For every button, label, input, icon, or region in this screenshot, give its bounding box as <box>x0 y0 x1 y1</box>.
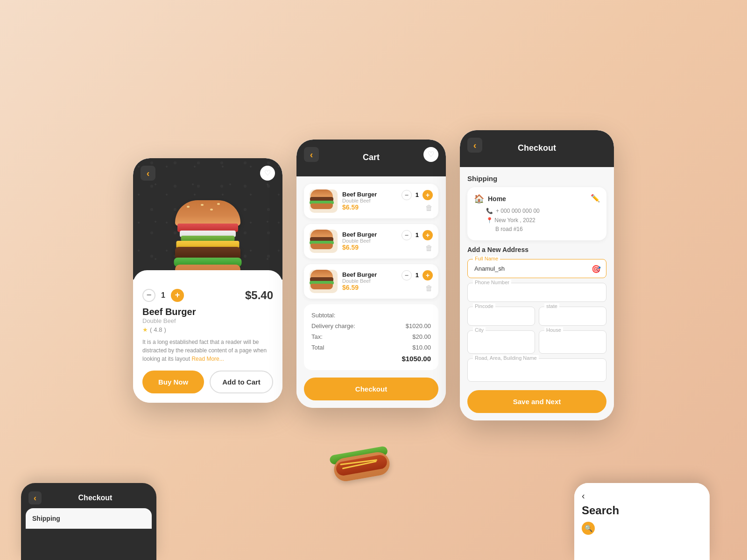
search-title: Search <box>582 504 702 517</box>
product-burger-image <box>156 196 259 280</box>
rating-number: 4.8 <box>154 326 162 333</box>
checkout-body: Shipping 🏠 Home 📞 + 000 000 000 00 📍 New… <box>460 167 614 420</box>
cart-item-name: Beef Burger <box>342 231 397 238</box>
city-house-row: City House <box>467 330 606 358</box>
delivery-label: Delivery charge: <box>311 322 355 329</box>
cart-title: Cart <box>304 149 438 162</box>
road-label: Road, Area, Building Name <box>473 355 539 361</box>
cart-item: Beef Burger Double Beef $6.59 − 1 + 🗑 <box>304 264 438 299</box>
home-address-label: 🏠 Home <box>474 194 600 204</box>
product-back-button[interactable] <box>141 166 155 181</box>
cart-delete-button[interactable]: 🗑 <box>425 204 433 212</box>
subtotal-label: Subtotal: <box>311 312 335 319</box>
pincode-label: Pincode <box>473 303 495 309</box>
cart-increase-button[interactable]: + <box>423 230 433 240</box>
rating-value: ( <box>150 326 152 333</box>
spacer <box>156 483 574 560</box>
cart-back-button[interactable] <box>304 147 319 162</box>
checkout-partial-shipping: Shipping <box>32 515 145 522</box>
address-card: 🏠 Home 📞 + 000 000 000 00 📍 New York , 2… <box>467 187 606 240</box>
shipping-label: Shipping <box>467 175 606 182</box>
bottom-screens-container: ‹ Checkout Shipping ‹ Search 🔍 <box>0 483 747 560</box>
search-partial-screen: ‹ Search 🔍 <box>574 483 710 560</box>
cart-item-price: $6.59 <box>342 203 397 211</box>
product-screen: − 1 + $5.40 Beef Burger Double Beef ★ (4… <box>133 158 282 403</box>
product-header <box>133 158 282 280</box>
total-label: Total <box>311 344 324 351</box>
phone-number-input[interactable] <box>467 283 606 302</box>
cart-item-qty-controls: − 1 + <box>402 190 433 200</box>
cart-decrease-button[interactable]: − <box>402 230 412 240</box>
house-field: House <box>539 330 606 354</box>
search-partial-header: ‹ Search 🔍 <box>574 483 710 539</box>
edit-address-button[interactable]: ✏️ <box>591 194 600 203</box>
checkout-screen: Checkout Shipping 🏠 Home 📞 + 000 000 000… <box>460 130 614 420</box>
product-favorite-button[interactable] <box>260 166 275 181</box>
location-icon: 📍 New York , 2022 <box>486 216 600 225</box>
state-label: state <box>544 303 559 309</box>
cart-item-qty-controls: − 1 + <box>402 270 433 280</box>
add-to-cart-button[interactable]: Add to Cart <box>210 371 273 393</box>
cart-delete-button[interactable]: 🗑 <box>425 244 433 252</box>
read-more-link[interactable]: Read More... <box>191 356 224 362</box>
road-input[interactable] <box>467 358 606 382</box>
cart-decrease-button[interactable]: − <box>402 190 412 200</box>
cart-item-qty-controls: − 1 + <box>402 230 433 240</box>
checkout-partial-title: Checkout <box>42 494 149 502</box>
cart-item: Beef Burger Double Beef $6.59 − 1 + 🗑 <box>304 224 438 259</box>
cart-item-name: Beef Burger <box>342 271 397 278</box>
cart-increase-button[interactable]: + <box>423 270 433 280</box>
cart-increase-button[interactable]: + <box>423 190 433 200</box>
cart-item-sub: Double Beef <box>342 278 397 284</box>
house-input[interactable] <box>539 330 606 354</box>
cart-item-sub: Double Beef <box>342 198 397 203</box>
home-icon: 🏠 <box>474 194 484 204</box>
bun-top-layer <box>175 200 240 226</box>
checkout-partial-screen: ‹ Checkout Shipping <box>21 483 156 560</box>
cart-body: Beef Burger Double Beef $6.59 − 1 + 🗑 <box>296 176 446 408</box>
full-name-input[interactable] <box>467 259 606 278</box>
full-name-label: Full Name <box>473 256 500 261</box>
buy-now-button[interactable]: Buy Now <box>142 371 204 393</box>
save-next-button[interactable]: Save and Next <box>467 390 606 413</box>
product-subtitle: Double Beef <box>142 317 273 324</box>
address-detail: 📍 New York , 2022 B road #16 <box>474 216 600 234</box>
cart-item-info: Beef Burger Double Beef $6.59 <box>342 271 397 291</box>
subtotal-row: Subtotal: <box>311 312 431 319</box>
quantity-increase-button[interactable]: + <box>171 289 184 302</box>
cart-item-image <box>310 189 338 213</box>
full-name-field: Full Name 🎯 <box>467 259 606 278</box>
city-input[interactable] <box>467 330 535 354</box>
product-price: $5.40 <box>245 289 273 302</box>
cart-delete-button[interactable]: 🗑 <box>425 284 433 293</box>
phone-number-field: Phone Number <box>467 283 606 302</box>
product-body: − 1 + $5.40 Beef Burger Double Beef ★ (4… <box>133 270 282 403</box>
cart-checkout-button[interactable]: Checkout <box>304 378 438 400</box>
pincode-input[interactable] <box>467 307 535 326</box>
cart-item-price: $6.59 <box>342 284 397 291</box>
cart-item-controls-group: − 1 + 🗑 <box>402 270 433 293</box>
product-name: Beef Burger <box>142 307 273 317</box>
quantity-control: − 1 + <box>142 289 184 302</box>
search-back-button[interactable]: ‹ <box>582 490 702 501</box>
checkout-back-button[interactable] <box>467 138 482 153</box>
checkout-partial-back-button[interactable]: ‹ <box>28 491 42 504</box>
cart-decrease-button[interactable]: − <box>402 270 412 280</box>
cart-favorite-button[interactable] <box>423 147 438 162</box>
cart-qty-value: 1 <box>416 231 419 238</box>
delivery-row: Delivery charge: $1020.00 <box>311 322 431 329</box>
checkout-partial-body: Shipping <box>26 508 152 529</box>
cart-item-sub: Double Beef <box>342 238 397 244</box>
cart-item-controls-group: − 1 + 🗑 <box>402 230 433 252</box>
quantity-decrease-button[interactable]: − <box>142 289 155 302</box>
state-field: state <box>539 307 606 326</box>
state-input[interactable] <box>539 307 606 326</box>
delivery-value: $1020.00 <box>406 322 431 329</box>
cart-header: Cart <box>296 140 446 176</box>
cart-item-info: Beef Burger Double Beef $6.59 <box>342 231 397 251</box>
cart-item-price: $6.59 <box>342 244 397 251</box>
cart-item-controls-group: − 1 + 🗑 <box>402 190 433 212</box>
checkout-header: Checkout <box>460 130 614 167</box>
action-buttons: Buy Now Add to Cart <box>142 371 273 393</box>
cart-qty-value: 1 <box>416 191 419 198</box>
